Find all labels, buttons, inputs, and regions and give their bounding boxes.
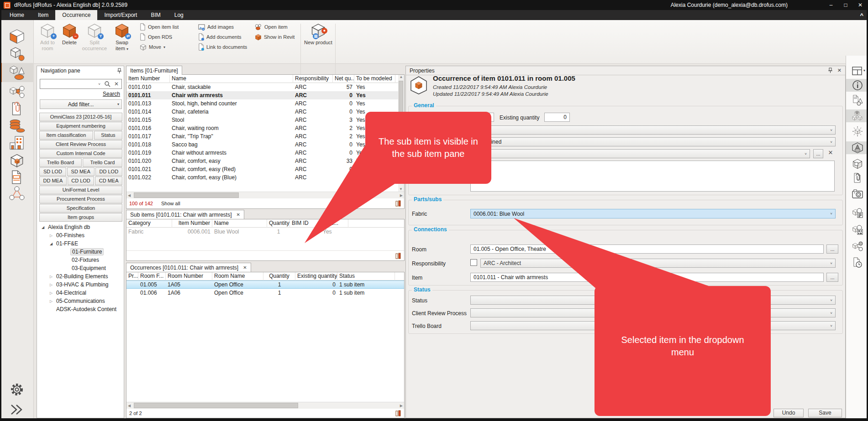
col-net-quantity[interactable]: Net qu... <box>333 75 354 83</box>
scroll-left-icon[interactable]: ◀ <box>128 193 131 198</box>
tree-expander-icon[interactable] <box>50 283 56 287</box>
filter-omniclass[interactable]: OmniClass 23 [2012-05-16] <box>39 113 122 121</box>
item-row[interactable]: 0101.010 Chair, stackable ARC 57 Yes <box>126 83 404 91</box>
show-all-link[interactable]: Show all <box>161 201 180 206</box>
sub-items-tab[interactable]: Sub items [0101.011: Chair with armrests… <box>126 210 244 219</box>
tree-item[interactable]: 02-Building Elements <box>39 272 123 281</box>
search-input[interactable]: ˅ ✕ <box>40 79 122 89</box>
rooms-icon[interactable] <box>9 28 25 45</box>
col-calc[interactable]: Calc... <box>321 219 348 228</box>
occurrences-horizontal-scrollbar[interactable]: ◀ ▶ <box>126 402 404 409</box>
scroll-right-icon[interactable]: ▶ <box>400 193 403 198</box>
finance-icon[interactable] <box>9 118 25 134</box>
tree-item[interactable]: 04-Electrical <box>39 289 123 297</box>
existing-quantity-input[interactable]: 0 <box>544 113 570 122</box>
systems-icon[interactable] <box>9 185 25 202</box>
item-row[interactable]: 0101.014 Chair, cafeteria ARC 0 Yes <box>126 108 404 116</box>
show-in-revit-button[interactable]: Show in Revit <box>255 33 295 41</box>
responsibility-dropdown[interactable]: ARC - Architect˅ <box>480 259 836 268</box>
filter-status[interactable]: Status <box>94 131 122 140</box>
room-browse-button[interactable]: ... <box>826 244 838 254</box>
attached-documents-icon[interactable] <box>852 172 863 183</box>
reports-icon[interactable] <box>9 169 25 185</box>
close-panel-icon[interactable]: ✕ <box>837 68 842 73</box>
tab-log[interactable]: Log <box>168 10 190 20</box>
col-category[interactable]: Category <box>126 219 172 228</box>
room-field[interactable]: 01.005 - Open Office, Theatre <box>470 244 824 254</box>
col-responsibility[interactable]: Responsibility <box>293 75 333 83</box>
items-icon[interactable] <box>9 64 25 81</box>
filter-item-groups[interactable]: Item groups <box>39 213 122 222</box>
settings-gear-icon[interactable] <box>9 381 25 398</box>
filter-cd-mea[interactable]: CD MEA <box>95 177 122 185</box>
log-icon[interactable] <box>852 257 863 268</box>
filter-procurement-process[interactable]: Procurement Process <box>39 195 122 203</box>
item-field[interactable]: 0101.011 - Chair with armrests <box>470 273 824 282</box>
tree-item[interactable]: 02-Fixtures <box>39 256 123 264</box>
scroll-right-icon[interactable]: ▶ <box>400 404 403 408</box>
tree-item[interactable]: Alexia English db <box>39 223 123 231</box>
split-occurrence-button[interactable]: Y Split occurrence <box>80 22 109 61</box>
maximize-icon[interactable]: □ <box>842 2 849 8</box>
close-tab-icon[interactable]: ✕ <box>243 265 247 270</box>
filter-uniformat-level[interactable]: UniFormat Level <box>39 186 122 194</box>
col-bim-id[interactable]: BIM ID <box>290 219 321 228</box>
col-status[interactable]: Status <box>337 272 395 281</box>
caret-down-icon[interactable]: ▾ <box>863 68 865 73</box>
link-to-documents-button[interactable]: Link to documents <box>198 43 247 51</box>
filter-dd-lod[interactable]: DD LOD <box>95 167 122 176</box>
open-rds-button[interactable]: Open RDS <box>140 33 172 41</box>
item-data-icon[interactable] <box>852 95 863 106</box>
item-row[interactable]: 0101.011 Chair with armrests ARC 0 Yes <box>126 91 404 99</box>
col-quantity[interactable]: Quantity <box>267 219 290 228</box>
col-existing-quantity[interactable]: Existing quantity <box>295 272 337 281</box>
col-room-number[interactable]: Room Number <box>166 272 212 281</box>
filter-client-review-process[interactable]: Client Review Process <box>39 140 122 149</box>
collapse-ribbon-icon[interactable]: ^ <box>860 12 863 19</box>
col-name[interactable]: Name <box>170 75 293 83</box>
col-to-be-modeled[interactable]: To be modeled <box>354 75 395 83</box>
search-link[interactable]: Search <box>103 91 120 97</box>
filter-cd-lod[interactable]: CD LOD <box>68 177 95 185</box>
item-row[interactable]: 0101.018 Sacco bag ARC 0 Yes <box>126 140 404 149</box>
product-box-icon[interactable] <box>852 158 863 169</box>
close-tab-icon[interactable]: ✕ <box>237 212 240 217</box>
filter-custom-internal-code[interactable]: Custom Internal Code <box>39 149 122 158</box>
filter-item-classification[interactable]: Item classification <box>39 131 93 140</box>
column-settings-icon[interactable] <box>395 410 401 416</box>
filter-dd-mea[interactable]: DD MEA <box>39 177 67 185</box>
new-product-button[interactable]: ▦ ● New product <box>304 22 332 61</box>
general-dropdown-3[interactable]: ˅ <box>470 149 810 158</box>
open-item-button[interactable]: Open item <box>255 23 288 31</box>
tree-expander-icon[interactable] <box>50 275 56 279</box>
add-filter-dropdown[interactable]: Add filter... ▾ <box>40 99 122 109</box>
search-icon[interactable] <box>104 81 110 87</box>
sub-item-row[interactable]: Fabric 0006.001 Blue Wool 1 Yes <box>126 228 404 236</box>
item-row[interactable]: 0101.020 Chair, comfort, easy ARC 33 Yes <box>126 157 404 165</box>
tab-home[interactable]: Home <box>3 10 31 20</box>
filter-trello-card[interactable]: Trello Card <box>83 158 122 167</box>
attachments-icon[interactable] <box>9 100 25 117</box>
col-room-function[interactable]: Room F... <box>138 272 166 281</box>
minimize-icon[interactable]: – <box>828 2 834 8</box>
item-row[interactable]: 0101.013 Stool, high, behind counter ARC… <box>126 99 404 108</box>
scroll-up-icon[interactable]: ▲ <box>398 75 404 79</box>
tree-item[interactable]: 05-Communications <box>39 297 123 305</box>
tree-expander-icon[interactable] <box>50 242 56 246</box>
col-pr[interactable]: Pr... <box>126 272 138 281</box>
browse-button[interactable]: ... <box>813 149 823 158</box>
undo-button[interactable]: Undo <box>773 409 804 417</box>
clear-field-icon[interactable]: ✕ <box>826 149 836 158</box>
occurrence-row[interactable]: 01.006 1A06 Open Office 1 0 1 sub item <box>126 289 404 297</box>
tree-expander-icon[interactable] <box>50 299 56 303</box>
open-item-list-button[interactable]: Open item list <box>140 23 179 31</box>
swap-item-button[interactable]: ⇄ Swap item ▾ <box>110 22 133 61</box>
buildings-icon[interactable] <box>9 135 25 151</box>
item-row[interactable]: 0101.022 Chair, comfort, easy (Blue) ARC <box>126 173 404 182</box>
pin-icon[interactable] <box>117 68 122 74</box>
col-item-number[interactable]: Item Number <box>126 75 170 83</box>
col-item-number[interactable]: Item Number <box>172 219 212 228</box>
scroll-left-icon[interactable]: ◀ <box>128 404 131 408</box>
tree-expander-icon[interactable] <box>50 234 56 238</box>
tree-item[interactable]: 01-FF&E <box>39 239 123 248</box>
